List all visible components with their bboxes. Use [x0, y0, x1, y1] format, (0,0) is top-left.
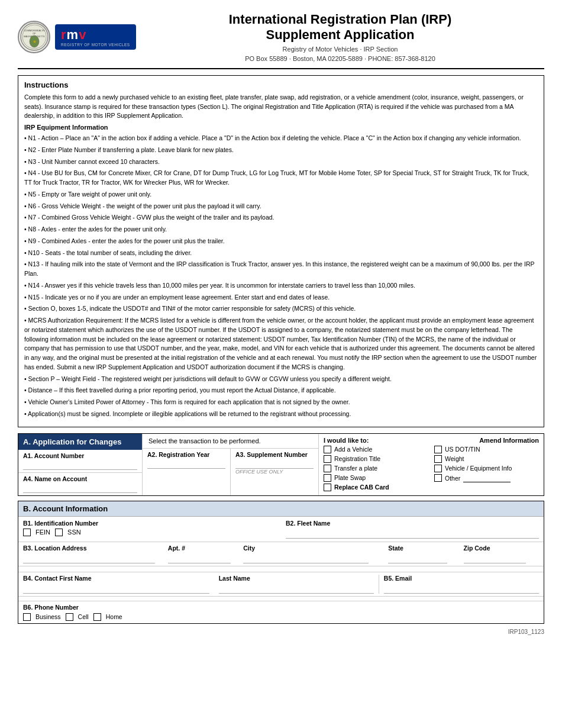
instructions-title: Instructions [24, 80, 538, 89]
section-a-main: A. Application for Changes A1. Account N… [18, 434, 544, 495]
would-like-label: I would like to: [324, 437, 369, 444]
select-transaction-text: Select the transaction to be performed. [143, 434, 318, 449]
section-a: A. Application for Changes A1. Account N… [18, 433, 544, 496]
b1-label: B1. Identification Number [23, 520, 276, 527]
replace-cab-label: Replace CAB Card [334, 484, 389, 491]
a1-input[interactable] [23, 459, 137, 470]
state-label: State [388, 545, 457, 552]
agency-address: PO Box 55889 · Boston, MA 02205-5889 · P… [136, 55, 544, 62]
business-checkbox[interactable] [23, 613, 31, 621]
b3-city-cell: City [243, 545, 388, 563]
b3-spacer [18, 566, 544, 572]
instructions-section: Instructions Complete this form to add a… [18, 75, 544, 427]
right-checks-col: US DOT/TIN Weight Vehicle / Equipment In… [434, 446, 539, 491]
b5-input[interactable] [384, 583, 539, 594]
b3-zip-input[interactable] [464, 553, 527, 563]
a4-input[interactable] [23, 482, 137, 493]
b3-apt-input[interactable] [168, 553, 231, 563]
b4-input[interactable] [23, 583, 209, 594]
a2-label: A2. Registration Year [147, 451, 225, 458]
a3-label: A3. Supplement Number [235, 451, 314, 458]
b3-zip-cell: Zip Code [464, 545, 539, 563]
rmv-subtitle: REGISTRY OF MOTOR VEHICLES [61, 43, 130, 47]
b3-state-input[interactable] [388, 553, 447, 563]
section-a-title: A. Application for Changes [18, 434, 142, 450]
b4-spacer [18, 597, 544, 601]
other-input-line[interactable] [463, 474, 511, 482]
weight-checkbox[interactable] [434, 455, 442, 463]
check-replace-cab[interactable]: Replace CAB Card [324, 484, 428, 491]
check-weight[interactable]: Weight [434, 455, 539, 463]
b4-field: B4. Contact First Name [23, 575, 214, 594]
a3-field: A3. Supplement Number OFFICE USE ONLY [231, 449, 318, 495]
b3-row: B3. Location Address Apt. # City State Z… [18, 542, 544, 566]
vehicle-equipment-label: Vehicle / Equipment Info [445, 465, 512, 472]
cell-checkbox[interactable] [66, 613, 73, 621]
transfer-plate-label: Transfer a plate [334, 465, 377, 472]
usdot-checkbox[interactable] [434, 446, 442, 453]
a2-input[interactable] [147, 458, 225, 469]
add-vehicle-checkbox[interactable] [324, 446, 331, 453]
b2-label: B2. Fleet Name [286, 520, 539, 527]
check-transfer-plate[interactable]: Transfer a plate [324, 465, 428, 472]
b3-address-input[interactable] [23, 553, 155, 563]
a3-input[interactable] [235, 458, 314, 469]
check-vehicle-equipment[interactable]: Vehicle / Equipment Info [434, 465, 539, 472]
b6-label: B6. Phone Number [23, 604, 539, 611]
check-other[interactable]: Other [434, 474, 539, 482]
registration-title-label: Registration Title [334, 455, 380, 462]
b3-label: B3. Location Address [23, 545, 162, 552]
other-label: Other [445, 475, 460, 482]
check-usdot[interactable]: US DOT/TIN [434, 446, 539, 453]
business-label: Business [35, 613, 61, 620]
plate-swap-checkbox[interactable] [324, 474, 331, 482]
b3-apt-cell: Apt. # [168, 545, 243, 563]
weight-label: Weight [445, 455, 464, 462]
b1-field: B1. Identification Number FEIN SSN [23, 520, 286, 539]
logo-area: COMMONWEALTH OF MASSACHUSETTS ★ r m v RE… [18, 21, 136, 53]
home-checkbox[interactable] [93, 613, 101, 621]
cell-label: Cell [78, 613, 89, 620]
b2-input[interactable] [286, 528, 539, 539]
a4-label: A4. Name on Account [23, 475, 137, 482]
section-b: B. Account Information B1. Identificatio… [18, 501, 544, 624]
apt-label: Apt. # [168, 545, 237, 552]
fein-checkbox[interactable] [23, 529, 31, 536]
a4-field: A4. Name on Account [18, 473, 142, 495]
b6-row: B6. Phone Number Business Cell Home [18, 601, 544, 623]
home-label: Home [106, 613, 122, 620]
transfer-plate-checkbox[interactable] [324, 465, 331, 472]
registration-title-checkbox[interactable] [324, 455, 331, 463]
check-registration-title[interactable]: Registration Title [324, 455, 428, 463]
vehicle-equipment-checkbox[interactable] [434, 465, 442, 472]
b4-b5-row: B4. Contact First Name Last Name B5. Ema… [18, 572, 544, 597]
agency-name: Registry of Motor Vehicles · IRP Section [136, 46, 544, 53]
fein-label: FEIN [35, 529, 50, 536]
b1-sub-row: FEIN SSN [23, 529, 276, 536]
usdot-label: US DOT/TIN [445, 446, 480, 453]
section-a-right-col: I would like to: Amend Information Add a… [319, 434, 544, 495]
page-header: COMMONWEALTH OF MASSACHUSETTS ★ r m v RE… [18, 12, 544, 69]
a2-field: A2. Registration Year [143, 449, 231, 495]
section-a-middle-col: Select the transaction to be performed. … [143, 434, 319, 495]
page-title: International Registration Plan (IRP) [136, 12, 544, 27]
a1-label: A1. Account Number [23, 452, 137, 459]
instructions-intro: Complete this form to add a newly purcha… [24, 93, 538, 121]
other-checkbox[interactable] [434, 474, 442, 482]
zip-label: Zip Code [464, 545, 533, 552]
page-subtitle: Supplement Application [136, 27, 544, 43]
b3-city-input[interactable] [243, 553, 368, 563]
b4-lastname-input[interactable] [219, 583, 374, 594]
b2-field: B2. Fleet Name [286, 520, 539, 539]
office-only-text: OFFICE USE ONLY [235, 469, 314, 475]
left-checks-col: Add a Vehicle Registration Title Transfe… [324, 446, 428, 491]
b5-label: B5. Email [384, 575, 539, 582]
check-add-vehicle[interactable]: Add a Vehicle [324, 446, 428, 453]
amend-label: Amend Information [479, 437, 539, 444]
svg-text:★: ★ [32, 39, 36, 44]
ssn-checkbox[interactable] [55, 529, 63, 536]
replace-cab-checkbox[interactable] [324, 484, 331, 491]
check-plate-swap[interactable]: Plate Swap [324, 474, 428, 482]
ssn-label: SSN [67, 529, 81, 536]
irp-equipment-title: IRP Equipment Information [24, 124, 538, 131]
